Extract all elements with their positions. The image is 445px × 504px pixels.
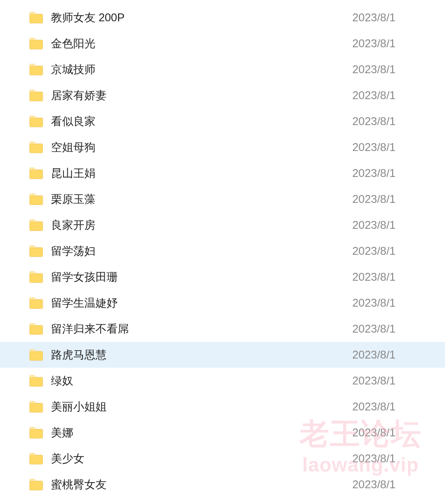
folder-icon: [29, 296, 44, 309]
folder-icon: [29, 478, 44, 491]
folder-date: 2023/8/1: [352, 219, 431, 232]
folder-row[interactable]: 昆山王娟2023/8/1: [0, 160, 445, 186]
folder-row[interactable]: 美娜2023/8/1: [0, 420, 445, 446]
folder-row[interactable]: 留洋归来不看屌2023/8/1: [0, 316, 445, 342]
folder-row[interactable]: 美丽小姐姐2023/8/1: [0, 394, 445, 420]
folder-row[interactable]: 绿奴2023/8/1: [0, 368, 445, 394]
folder-row[interactable]: 美少女2023/8/1: [0, 446, 445, 472]
folder-name: 路虎马恩慧: [51, 347, 352, 362]
folder-name: 美丽小姐姐: [51, 399, 352, 414]
folder-name: 美娜: [51, 425, 352, 440]
folder-date: 2023/8/1: [352, 89, 431, 102]
folder-name: 看似良家: [51, 114, 352, 129]
folder-date: 2023/8/1: [352, 115, 431, 128]
folder-icon: [29, 374, 44, 387]
folder-name: 留学生温婕妤: [51, 296, 352, 310]
folder-row[interactable]: 空姐母狗2023/8/1: [0, 134, 445, 160]
folder-name: 居家有娇妻: [51, 88, 352, 103]
folder-row[interactable]: 留学女孩田珊2023/8/1: [0, 264, 445, 290]
folder-date: 2023/8/1: [352, 37, 431, 50]
folder-date: 2023/8/1: [352, 271, 431, 284]
folder-icon: [29, 193, 44, 206]
folder-date: 2023/8/1: [352, 193, 431, 206]
folder-icon: [29, 167, 44, 180]
folder-date: 2023/8/1: [352, 452, 431, 465]
folder-row[interactable]: 居家有娇妻2023/8/1: [0, 82, 445, 108]
folder-name: 空姐母狗: [51, 140, 352, 155]
folder-name: 昆山王娟: [51, 166, 352, 181]
file-list: 教师女友 200P2023/8/1金色阳光2023/8/1京城技师2023/8/…: [0, 0, 445, 498]
folder-name: 留学女孩田珊: [51, 270, 352, 284]
folder-row[interactable]: 京城技师2023/8/1: [0, 57, 445, 82]
folder-row[interactable]: 留学生温婕妤2023/8/1: [0, 290, 445, 316]
folder-icon: [29, 89, 44, 102]
folder-name: 蜜桃臀女友: [51, 477, 352, 492]
folder-name: 良家开房: [51, 218, 352, 233]
folder-name: 栗原玉藻: [51, 192, 352, 207]
folder-name: 美少女: [51, 451, 352, 466]
folder-row[interactable]: 路虎马恩慧2023/8/1: [0, 342, 445, 368]
folder-icon: [29, 11, 44, 24]
folder-icon: [29, 63, 44, 76]
folder-name: 留学荡妇: [51, 244, 352, 258]
folder-icon: [29, 115, 44, 128]
folder-date: 2023/8/1: [352, 400, 431, 413]
folder-name: 金色阳光: [51, 36, 352, 51]
folder-icon: [29, 245, 44, 258]
folder-row[interactable]: 栗原玉藻2023/8/1: [0, 186, 445, 212]
folder-date: 2023/8/1: [352, 426, 431, 439]
folder-icon: [29, 219, 44, 232]
folder-icon: [29, 271, 44, 284]
folder-row[interactable]: 教师女友 200P2023/8/1: [0, 5, 445, 31]
folder-date: 2023/8/1: [352, 478, 431, 491]
folder-icon: [29, 37, 44, 50]
folder-date: 2023/8/1: [352, 11, 431, 24]
folder-date: 2023/8/1: [352, 245, 431, 258]
folder-name: 留洋归来不看屌: [51, 321, 352, 336]
folder-icon: [29, 322, 44, 335]
folder-date: 2023/8/1: [352, 63, 431, 76]
folder-date: 2023/8/1: [352, 141, 431, 154]
folder-date: 2023/8/1: [352, 296, 431, 309]
folder-name: 绿奴: [51, 373, 352, 388]
folder-icon: [29, 452, 44, 465]
folder-name: 京城技师: [51, 62, 352, 77]
folder-row[interactable]: 良家开房2023/8/1: [0, 212, 445, 238]
folder-icon: [29, 400, 44, 413]
folder-name: 教师女友 200P: [51, 10, 352, 25]
folder-date: 2023/8/1: [352, 348, 431, 361]
folder-date: 2023/8/1: [352, 167, 431, 180]
folder-date: 2023/8/1: [352, 374, 431, 387]
folder-date: 2023/8/1: [352, 322, 431, 335]
folder-icon: [29, 426, 44, 439]
folder-row[interactable]: 金色阳光2023/8/1: [0, 31, 445, 57]
folder-icon: [29, 348, 44, 361]
folder-row[interactable]: 蜜桃臀女友2023/8/1: [0, 472, 445, 498]
folder-icon: [29, 141, 44, 154]
folder-row[interactable]: 留学荡妇2023/8/1: [0, 238, 445, 264]
folder-row[interactable]: 看似良家2023/8/1: [0, 108, 445, 134]
